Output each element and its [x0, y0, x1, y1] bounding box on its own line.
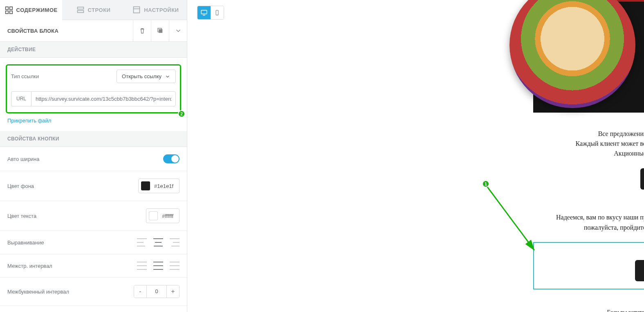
bg-color-picker[interactable]: #1e1e1f — [138, 179, 180, 193]
text-color-label: Цвет текста — [7, 213, 36, 219]
duplicate-block-button[interactable] — [151, 20, 169, 41]
auto-width-label: Авто ширина — [7, 156, 40, 162]
bg-color-swatch — [141, 181, 150, 190]
editor-tabs: СОДЕРЖИМОЕ СТРОКИ НАСТРОЙКИ — [0, 0, 187, 20]
link-type-value: Открыть ссылку — [122, 73, 162, 79]
align-center-button[interactable] — [153, 238, 163, 246]
svg-rect-8 — [159, 29, 162, 33]
line-height-normal-button[interactable] — [153, 262, 163, 270]
align-right-button[interactable] — [170, 238, 180, 246]
text-color-swatch — [149, 211, 158, 220]
action-highlight: Тип ссылки Открыть ссылку URL — [6, 64, 181, 113]
survey-ask-text: Надеемся, вам по вкусу наши предложения.… — [550, 213, 644, 233]
stepper-plus[interactable]: + — [167, 285, 179, 298]
unsubscribe-text: Если вы хотите отписаться от рассылки на… — [533, 309, 644, 312]
svg-rect-6 — [134, 7, 140, 13]
line-height-group — [137, 262, 180, 270]
food-bowl-image — [509, 0, 635, 108]
svg-rect-4 — [77, 7, 83, 9]
stepper-minus[interactable]: - — [134, 285, 146, 298]
bg-color-value: #1e1e1f — [154, 183, 173, 189]
section-action: ДЕЙСТВИЕ — [0, 42, 187, 58]
block-title: СВОЙСТВА БЛОКА — [0, 20, 66, 41]
selected-button-block[interactable]: Пройти опрос — [533, 242, 644, 289]
annotation-badge-1: 1 — [482, 180, 489, 188]
survey-button[interactable]: Пройти опрос — [635, 260, 644, 281]
tab-settings[interactable]: НАСТРОЙКИ — [125, 0, 187, 20]
svg-rect-1 — [9, 7, 12, 9]
letter-spacing-value: 0 — [146, 285, 167, 298]
align-left-button[interactable] — [137, 238, 147, 246]
svg-rect-0 — [5, 7, 8, 9]
link-type-label: Тип ссылки — [11, 73, 39, 79]
line-height-label: Межстр. интервал — [7, 263, 52, 269]
svg-line-16 — [487, 186, 534, 250]
grid-icon — [5, 6, 13, 14]
svg-rect-2 — [5, 11, 8, 14]
settings-panel-icon — [132, 6, 141, 14]
tab-content-label: СОДЕРЖИМОЕ — [16, 7, 58, 13]
delete-block-button[interactable] — [133, 20, 151, 41]
line-height-tight-button[interactable] — [137, 262, 147, 270]
terms-text: Все предложения действуют до 31 декабря … — [550, 129, 644, 158]
chevron-down-icon — [165, 74, 171, 79]
rows-icon — [76, 6, 85, 14]
tab-content[interactable]: СОДЕРЖИМОЕ — [0, 0, 62, 20]
preview-area: ⟶ Подарок при любом заказе Подарок каждо… — [187, 0, 644, 312]
auto-width-toggle[interactable] — [163, 154, 180, 163]
tab-rows-label: СТРОКИ — [88, 7, 111, 13]
block-header: СВОЙСТВА БЛОКА — [0, 20, 187, 42]
action-panel: Тип ссылки Открыть ссылку URL 2 — [0, 58, 187, 113]
svg-rect-10 — [201, 10, 207, 14]
url-input[interactable] — [31, 91, 176, 106]
text-color-picker[interactable]: #ffffff — [146, 208, 180, 223]
email-preview: ⟶ Подарок при любом заказе Подарок каждо… — [533, 0, 644, 312]
align-group — [137, 238, 180, 246]
svg-rect-5 — [77, 11, 83, 13]
url-label: URL — [11, 91, 31, 106]
svg-point-13 — [217, 14, 217, 15]
desktop-preview-button[interactable] — [197, 6, 211, 19]
section-button-props: СВОЙСТВА КНОПКИ — [0, 131, 187, 147]
terms-line3: Акционные предложения не суммируются. — [614, 150, 644, 157]
link-type-select[interactable]: Открыть ссылку — [117, 70, 176, 83]
annotation-badge-2: 2 — [178, 110, 185, 118]
align-label: Выравнивание — [7, 240, 44, 246]
sidebar-panel: СОДЕРЖИМОЕ СТРОКИ НАСТРОЙКИ СВОЙСТВА БЛО… — [0, 0, 187, 312]
tab-settings-label: НАСТРОЙКИ — [144, 7, 179, 13]
text-color-value: #ffffff — [162, 213, 173, 219]
svg-rect-3 — [9, 11, 12, 14]
tab-rows[interactable]: СТРОКИ — [62, 0, 124, 20]
terms-line2: Каждый клиент может воспользоваться толь… — [576, 140, 644, 147]
mobile-preview-button[interactable] — [211, 6, 224, 19]
letter-spacing-label: Межбуквенный интервал — [7, 289, 69, 295]
more-button[interactable]: Подробнее — [640, 168, 644, 190]
line-height-loose-button[interactable] — [170, 262, 180, 270]
collapse-block-button[interactable] — [169, 20, 187, 41]
bg-color-label: Цвет фона — [7, 183, 34, 189]
annotation-arrow — [486, 184, 539, 258]
letter-spacing-stepper[interactable]: - 0 + — [134, 285, 180, 298]
device-switch — [197, 6, 224, 20]
attach-file-link[interactable]: Прикрепить файл — [0, 113, 187, 131]
unsub-prefix: Если вы хотите отписаться от рассылки на… — [607, 309, 644, 312]
hero-banner: ⟶ Подарок при любом заказе Подарок каждо… — [533, 0, 644, 113]
terms-line1a: Все предложения действуют до — [598, 130, 644, 137]
